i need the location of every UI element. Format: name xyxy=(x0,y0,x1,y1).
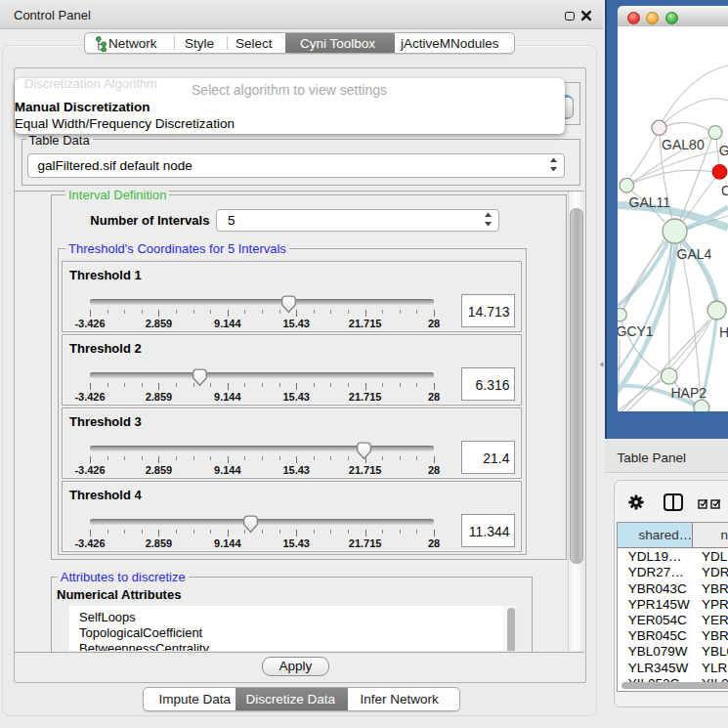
svg-text:GAL4: GAL4 xyxy=(677,246,712,262)
svg-text:GAL11: GAL11 xyxy=(629,194,671,210)
svg-text:HAP2: HAP2 xyxy=(671,385,707,401)
svg-text:H: H xyxy=(719,324,728,340)
svg-text:GAL80: GAL80 xyxy=(662,137,705,152)
svg-text:GA: GA xyxy=(719,143,728,158)
svg-text:GCY1: GCY1 xyxy=(618,323,654,339)
svg-text:C: C xyxy=(721,183,728,198)
